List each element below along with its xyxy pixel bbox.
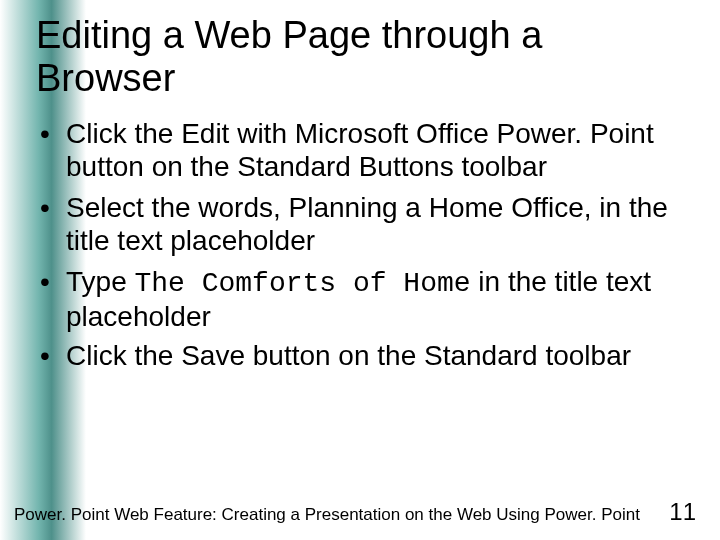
list-item: Select the words, Planning a Home Office… (62, 191, 684, 259)
page-number: 11 (669, 498, 696, 526)
footer-text: Power. Point Web Feature: Creating a Pre… (14, 505, 640, 525)
list-item: Type The Comforts of Home in the title t… (62, 265, 684, 333)
bullet-text: Select the words, Planning a Home Office… (66, 192, 668, 256)
bullet-mono: The Comforts of Home (134, 268, 470, 299)
bullet-list: Click the Edit with Microsoft Office Pow… (36, 117, 684, 374)
bullet-text: Click the Save button on the Standard to… (66, 340, 631, 371)
list-item: Click the Edit with Microsoft Office Pow… (62, 117, 684, 185)
bullet-text: Type (66, 266, 134, 297)
slide-content: Editing a Web Page through a Browser Cli… (0, 0, 720, 374)
list-item: Click the Save button on the Standard to… (62, 339, 684, 374)
slide-title: Editing a Web Page through a Browser (36, 14, 684, 99)
slide-footer: Power. Point Web Feature: Creating a Pre… (0, 498, 720, 526)
bullet-text: Click the Edit with Microsoft Office Pow… (66, 118, 654, 182)
